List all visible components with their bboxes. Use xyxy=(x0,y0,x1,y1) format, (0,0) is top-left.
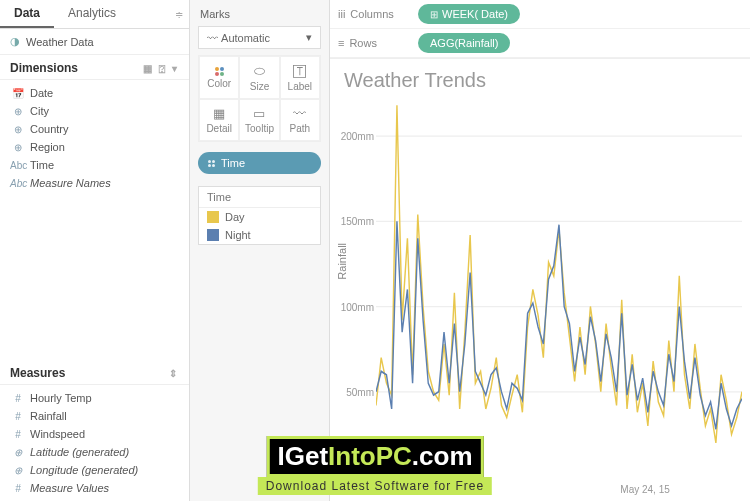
tab-analytics[interactable]: Analytics xyxy=(54,0,130,28)
field-icon: ⊕ xyxy=(10,142,26,153)
dimensions-title: Dimensions xyxy=(10,61,78,75)
measure-field[interactable]: #Windspeed xyxy=(0,425,189,443)
measure-field[interactable]: ⊕Longitude (generated) xyxy=(0,461,189,479)
marks-panel: Marks 〰 Automatic ▾ Color ⬭Size 🅃Label ▦… xyxy=(190,0,330,501)
field-icon: 📅 xyxy=(10,88,26,99)
field-icon: ⊕ xyxy=(10,465,26,476)
legend-item[interactable]: Day xyxy=(199,208,320,226)
dimension-field[interactable]: AbcTime xyxy=(0,156,189,174)
x-tick: May 24, 15 xyxy=(620,484,669,495)
mark-detail[interactable]: ▦Detail xyxy=(199,99,239,141)
rows-icon: ≡ xyxy=(338,37,344,49)
dimensions-tools[interactable]: ▦ ⍰ ▾ xyxy=(143,63,179,74)
field-icon: ⊕ xyxy=(10,447,26,458)
field-icon: ⊕ xyxy=(10,106,26,117)
color-legend: Time DayNight xyxy=(198,186,321,245)
legend-swatch xyxy=(207,229,219,241)
tab-options-icon[interactable]: ≑ xyxy=(130,0,189,28)
dimension-field[interactable]: ⊕Region xyxy=(0,138,189,156)
viz-title[interactable]: Weather Trends xyxy=(330,59,750,94)
measures-title: Measures xyxy=(10,366,65,380)
tab-data[interactable]: Data xyxy=(0,0,54,28)
dimension-field[interactable]: ⊕Country xyxy=(0,120,189,138)
measure-field[interactable]: ⊕Latitude (generated) xyxy=(0,443,189,461)
marks-title: Marks xyxy=(190,0,329,26)
field-icon: # xyxy=(10,429,26,440)
field-icon: ⊕ xyxy=(10,124,26,135)
legend-title: Time xyxy=(199,187,320,208)
columns-shelf[interactable]: iiiColumns ⊞WEEK( Date) xyxy=(330,0,750,29)
measures-resize-icon[interactable]: ⇕ xyxy=(169,368,179,379)
y-tick: 150mm xyxy=(341,216,374,227)
x-tick: 23, 14 xyxy=(448,484,476,495)
datasource-name: Weather Data xyxy=(26,36,94,48)
data-sidebar: Data Analytics ≑ ◑ Weather Data Dimensio… xyxy=(0,0,190,501)
rows-pill[interactable]: AGG(Rainfall) xyxy=(418,33,510,53)
marks-dropdown-label: Automatic xyxy=(221,32,270,44)
mark-color[interactable]: Color xyxy=(199,56,239,99)
legend-swatch xyxy=(207,211,219,223)
color-dots-icon xyxy=(208,160,215,167)
field-icon: Abc xyxy=(10,178,26,189)
chevron-down-icon: ▾ xyxy=(306,31,312,44)
mark-size[interactable]: ⬭Size xyxy=(239,56,279,99)
mark-label[interactable]: 🅃Label xyxy=(280,56,320,99)
mark-tooltip[interactable]: ▭Tooltip xyxy=(239,99,279,141)
datasource-icon: ◑ xyxy=(10,35,20,48)
measure-field[interactable]: #Hourly Temp xyxy=(0,389,189,407)
y-tick: 200mm xyxy=(341,131,374,142)
mark-time-pill[interactable]: Time xyxy=(198,152,321,174)
mark-path[interactable]: 〰Path xyxy=(280,99,320,141)
dimension-field[interactable]: AbcMeasure Names xyxy=(0,174,189,192)
y-tick: 100mm xyxy=(341,301,374,312)
field-icon: Abc xyxy=(10,160,26,171)
measure-field[interactable]: #Rainfall xyxy=(0,407,189,425)
plus-icon: ⊞ xyxy=(430,9,438,20)
legend-item[interactable]: Night xyxy=(199,226,320,244)
worksheet-main: iiiColumns ⊞WEEK( Date) ≡Rows AGG(Rainfa… xyxy=(330,0,750,501)
measure-field[interactable]: #Measure Values xyxy=(0,479,189,497)
field-icon: # xyxy=(10,393,26,404)
datasource-row[interactable]: ◑ Weather Data xyxy=(0,29,189,55)
dimension-field[interactable]: ⊕City xyxy=(0,102,189,120)
field-icon: # xyxy=(10,411,26,422)
columns-icon: iii xyxy=(338,8,345,20)
dimension-field[interactable]: 📅Date xyxy=(0,84,189,102)
rows-shelf[interactable]: ≡Rows AGG(Rainfall) xyxy=(330,29,750,58)
field-icon: # xyxy=(10,483,26,494)
series-line xyxy=(376,221,742,429)
viz-canvas[interactable]: Rainfall 200mm150mm100mm50mm 23, 14May 2… xyxy=(330,94,750,501)
y-tick: 50mm xyxy=(346,386,374,397)
marks-type-dropdown[interactable]: 〰 Automatic ▾ xyxy=(198,26,321,49)
columns-pill[interactable]: ⊞WEEK( Date) xyxy=(418,4,520,24)
